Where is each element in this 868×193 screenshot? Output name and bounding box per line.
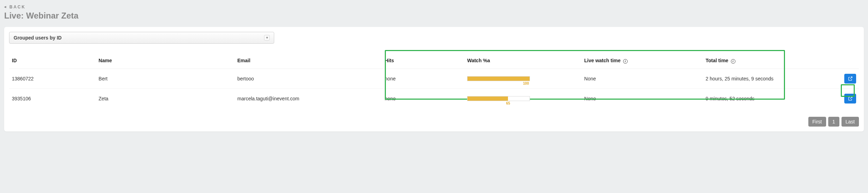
th-id: ID xyxy=(9,53,96,69)
cell-name: Bert xyxy=(96,69,235,88)
cell-watch: 65 xyxy=(464,88,582,108)
pager-page-1[interactable]: 1 xyxy=(828,117,839,127)
cell-total: 2 hours, 25 minutes, 9 seconds xyxy=(703,69,824,88)
th-action xyxy=(824,53,859,69)
cell-email: marcela.taguti@inevent.com xyxy=(234,88,382,108)
cell-id: 3935106 xyxy=(9,88,96,108)
th-name: Name xyxy=(96,53,235,69)
cell-watch: 100 xyxy=(464,69,582,88)
dropdown-selected: Grouped users by ID xyxy=(14,35,62,41)
th-hits: Hits xyxy=(382,53,464,69)
progress-bar: 65 xyxy=(467,96,530,101)
cell-hits: none xyxy=(382,69,464,88)
cell-name: Zeta xyxy=(96,88,235,108)
external-link-icon xyxy=(848,76,853,81)
info-icon[interactable]: i xyxy=(623,59,628,64)
pager-first[interactable]: First xyxy=(808,117,826,127)
pagination: First 1 Last xyxy=(9,117,859,127)
table-row: 3935106 Zeta marcela.taguti@inevent.com … xyxy=(9,88,859,108)
chevron-left-icon: ◂ xyxy=(4,5,7,9)
page-title: Live: Webinar Zeta xyxy=(4,11,864,21)
table-row: 13860722 Bert bertooo none 100 None 2 ho… xyxy=(9,69,859,88)
th-total: Total time i xyxy=(703,53,824,69)
th-live: Live watch time i xyxy=(582,53,703,69)
cell-id: 13860722 xyxy=(9,69,96,88)
progress-value: 100 xyxy=(523,81,529,85)
report-card: Grouped users by ID ▾ ID Name Email Hits… xyxy=(4,27,864,131)
info-icon[interactable]: i xyxy=(731,59,735,64)
cell-live: None xyxy=(582,88,703,108)
open-button[interactable] xyxy=(844,94,856,103)
users-table: ID Name Email Hits Watch %a Live watch t… xyxy=(9,53,859,108)
cell-hits: none xyxy=(382,88,464,108)
cell-total: 9 minutes, 52 seconds xyxy=(703,88,824,108)
progress-bar: 100 xyxy=(467,76,530,81)
back-link[interactable]: ◂ BACK xyxy=(4,5,26,9)
external-link-icon xyxy=(848,96,853,101)
group-by-dropdown[interactable]: Grouped users by ID ▾ xyxy=(9,32,274,44)
pager-last[interactable]: Last xyxy=(841,117,859,127)
progress-fill xyxy=(467,77,530,81)
open-button[interactable] xyxy=(844,74,856,84)
cell-email: bertooo xyxy=(234,69,382,88)
progress-fill xyxy=(467,96,508,101)
back-label: BACK xyxy=(9,5,26,9)
th-email: Email xyxy=(234,53,382,69)
progress-value: 65 xyxy=(506,101,510,105)
th-watch: Watch %a xyxy=(464,53,582,69)
cell-live: None xyxy=(582,69,703,88)
chevron-down-icon: ▾ xyxy=(264,35,270,41)
